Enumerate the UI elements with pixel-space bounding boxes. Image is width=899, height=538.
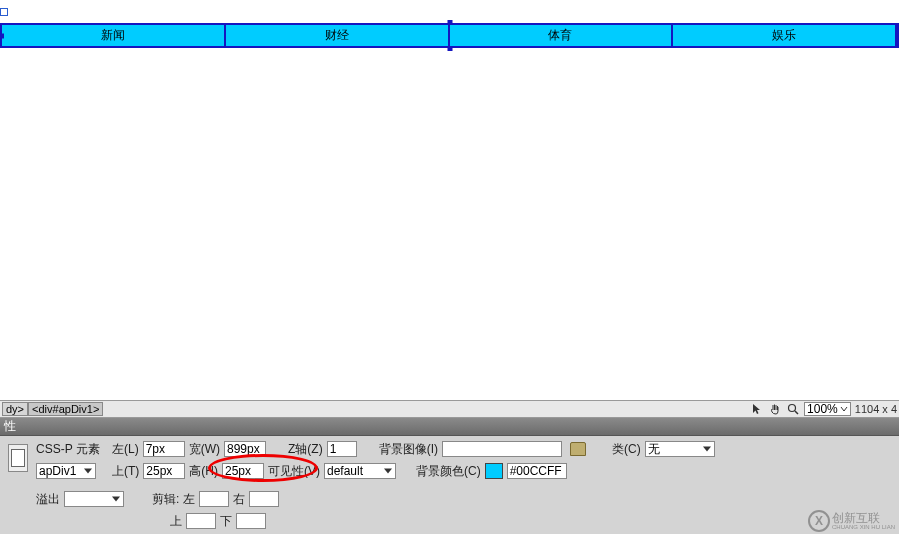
nav-item-finance[interactable]: 财经 [226,25,450,46]
visibility-select[interactable]: default [324,463,396,479]
clip-top-label: 上 [170,513,182,530]
left-input[interactable]: 7px [143,441,185,457]
watermark: X 创新互联 CHUANG XIN HU LIAN [808,510,895,532]
width-label: 宽(W) [189,441,220,458]
cssp-section-label: CSS-P 元素 [36,441,96,458]
nav-label: 娱乐 [772,27,796,44]
element-type-icon [8,444,28,472]
overflow-label: 溢出 [36,491,60,508]
class-label: 类(C) [612,441,641,458]
watermark-logo-icon: X [808,510,830,532]
zoom-level-select[interactable]: 100% [804,402,851,416]
resize-handle-top-icon[interactable] [447,20,452,25]
panel-title: 性 [4,418,16,435]
resize-handle-bottom-icon[interactable] [447,46,452,51]
bgimage-label: 背景图像(I) [379,441,438,458]
nav-item-sports[interactable]: 体育 [450,25,674,46]
properties-panel: CSS-P 元素 左(L) 7px 宽(W) 899px Z轴(Z) 1 背景图… [0,436,899,534]
top-input[interactable]: 25px [143,463,185,479]
svg-point-0 [789,405,796,412]
overflow-select[interactable] [64,491,124,507]
nav-label: 财经 [325,27,349,44]
nav-item-news[interactable]: 新闻 [2,25,226,46]
apdiv1-element[interactable]: 新闻 财经 体育 娱乐 [0,23,899,48]
nav-label: 新闻 [101,27,125,44]
design-canvas[interactable]: 新闻 财经 体育 娱乐 [0,0,899,400]
visibility-label: 可见性(V) [268,463,320,480]
svg-line-1 [795,411,798,414]
zaxis-input[interactable]: 1 [327,441,357,457]
clip-bottom-input[interactable] [236,513,266,529]
nav-item-entertainment[interactable]: 娱乐 [673,25,897,46]
properties-panel-header[interactable]: 性 [0,418,899,436]
element-id-select[interactable]: apDiv1 [36,463,96,479]
bgcolor-input[interactable]: #00CCFF [507,463,567,479]
hand-tool-icon[interactable] [768,402,782,416]
clip-left-label: 左 [183,491,195,508]
selection-handle-icon[interactable] [0,8,8,16]
tag-body[interactable]: dy> [2,402,28,416]
clip-top-input[interactable] [186,513,216,529]
zoom-value: 100% [807,402,838,416]
browse-folder-icon[interactable] [570,442,586,456]
watermark-line1: 创新互联 [832,512,895,524]
height-input[interactable]: 25px [222,463,264,479]
bgcolor-swatch[interactable] [485,463,503,479]
zaxis-label: Z轴(Z) [288,441,323,458]
canvas-dimensions: 1104 x 4 [855,403,897,415]
pointer-tool-icon[interactable] [750,402,764,416]
class-select[interactable]: 无 [645,441,715,457]
bgimage-input[interactable] [442,441,562,457]
clip-bottom-label: 下 [220,513,232,530]
watermark-line2: CHUANG XIN HU LIAN [832,524,895,530]
clip-right-input[interactable] [249,491,279,507]
top-label: 上(T) [112,463,139,480]
clip-right-label: 右 [233,491,245,508]
clip-left-input[interactable] [199,491,229,507]
bgcolor-label: 背景颜色(C) [416,463,481,480]
left-label: 左(L) [112,441,139,458]
clip-label: 剪辑: [152,491,179,508]
height-label: 高(H) [189,463,218,480]
nav-label: 体育 [548,27,572,44]
resize-handle-left-icon[interactable] [0,33,4,38]
tag-apdiv1[interactable]: <div#apDiv1> [28,402,103,416]
zoom-tool-icon[interactable] [786,402,800,416]
chevron-down-icon [840,405,848,413]
tag-selector-bar: dy> <div#apDiv1> 100% 1104 x 4 [0,400,899,418]
width-input[interactable]: 899px [224,441,266,457]
